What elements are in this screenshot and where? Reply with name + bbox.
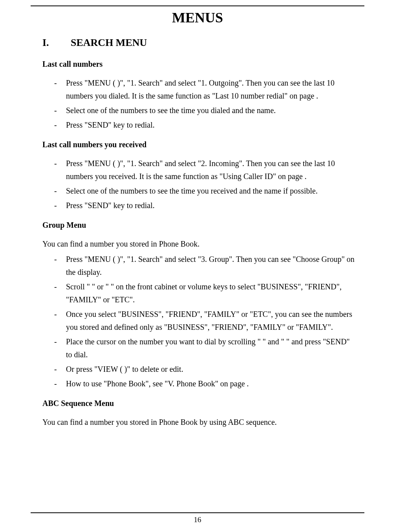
- bottom-rule: [31, 512, 364, 513]
- list-item: Select one of the numbers to see the tim…: [42, 185, 357, 197]
- page-number: 16: [0, 516, 395, 524]
- list-last-call-received: Press "MENU ( )", "1. Search" and select…: [42, 157, 357, 212]
- list-item: Once you select "BUSINESS", "FRIEND", "F…: [42, 308, 357, 334]
- list-item: Or press "VIEW ( )" to delete or edit.: [42, 363, 357, 376]
- intro-abc-sequence: You can find a number you stored in Phon…: [42, 416, 357, 429]
- list-item: Press "SEND" key to redial.: [42, 119, 357, 132]
- section-header: I. SEARCH MENU: [42, 37, 357, 49]
- page: MENUS I. SEARCH MENU Last call numbers P…: [0, 5, 395, 429]
- list-last-call-numbers: Press "MENU ( )", "1. Search" and select…: [42, 77, 357, 132]
- subheading-abc-sequence: ABC Sequence Menu: [42, 399, 357, 408]
- list-item: Press "MENU ( )", "1. Search" and select…: [42, 77, 357, 102]
- list-item: Press "MENU ( )", "1. Search" and select…: [42, 253, 357, 279]
- top-rule: [31, 5, 364, 6]
- section-heading: SEARCH MENU: [71, 37, 147, 49]
- subheading-last-call-numbers: Last call numbers: [42, 60, 357, 69]
- list-group-menu: Press "MENU ( )", "1. Search" and select…: [42, 253, 357, 390]
- list-item: Press "SEND" key to redial.: [42, 199, 357, 212]
- subheading-group-menu: Group Menu: [42, 221, 357, 230]
- list-item: How to use "Phone Book", see "V. Phone B…: [42, 377, 357, 390]
- list-item: Scroll " " or " " on the front cabinet o…: [42, 280, 357, 306]
- list-item: Select one of the numbers to see the tim…: [42, 104, 357, 117]
- subheading-last-call-received: Last call numbers you received: [42, 140, 357, 149]
- list-item: Press "MENU ( )", "1. Search" and select…: [42, 157, 357, 183]
- content: I. SEARCH MENU Last call numbers Press "…: [42, 37, 357, 429]
- section-number: I.: [42, 37, 71, 49]
- list-item: Place the cursor on the number you want …: [42, 335, 357, 361]
- intro-group-menu: You can find a number you stored in Phon…: [42, 238, 357, 250]
- page-title: MENUS: [0, 9, 395, 26]
